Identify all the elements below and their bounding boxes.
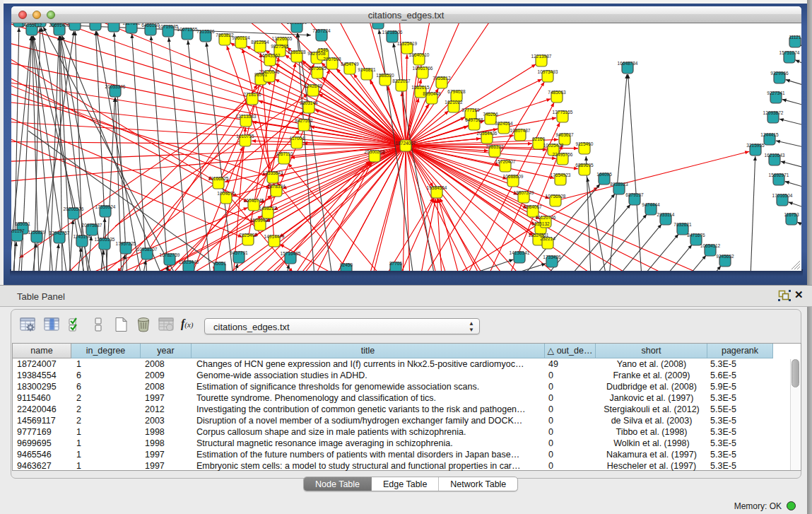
svg-text:9463627: 9463627 [555, 132, 574, 137]
svg-text:746266: 746266 [483, 112, 498, 117]
svg-text:10671355: 10671355 [177, 27, 198, 32]
svg-text:20975887: 20975887 [82, 223, 102, 228]
svg-text:17016504: 17016504 [772, 193, 793, 198]
svg-text:9474444: 9474444 [642, 202, 660, 207]
svg-text:9227341: 9227341 [767, 90, 785, 95]
svg-text:17359924: 17359924 [95, 204, 116, 209]
svg-text:10807487: 10807487 [510, 128, 531, 133]
svg-text:12505135: 12505135 [95, 237, 115, 242]
svg-text:417004: 417004 [289, 136, 305, 141]
svg-text:1588520: 1588520 [376, 73, 394, 78]
svg-text:16210643: 16210643 [765, 153, 785, 158]
svg-text:13535843: 13535843 [263, 170, 283, 175]
svg-text:16782759: 16782759 [160, 252, 180, 257]
svg-text:8990448: 8990448 [423, 91, 441, 96]
svg-text:9457791: 9457791 [230, 250, 248, 255]
svg-text:9146821: 9146821 [358, 67, 376, 72]
svg-text:6879197: 6879197 [625, 192, 644, 197]
svg-text:8454749: 8454749 [341, 62, 359, 66]
svg-text:2718176: 2718176 [243, 92, 261, 97]
svg-text:11923446: 11923446 [179, 259, 199, 264]
svg-text:12213987: 12213987 [531, 54, 552, 59]
svg-text:11325419: 11325419 [397, 41, 418, 46]
svg-text:3624554: 3624554 [495, 121, 513, 126]
svg-text:16543362: 16543362 [260, 53, 281, 58]
svg-text:6794028: 6794028 [447, 89, 466, 94]
svg-text:9329966: 9329966 [770, 71, 789, 76]
svg-text:10961766: 10961766 [413, 66, 433, 71]
svg-text:8427552: 8427552 [295, 118, 313, 123]
svg-text:7515526: 7515526 [196, 29, 215, 34]
svg-text:1244415: 1244415 [760, 132, 779, 137]
svg-text:6497568: 6497568 [465, 117, 483, 122]
svg-text:13226055: 13226055 [272, 36, 293, 41]
svg-text:16046745: 16046745 [244, 198, 264, 203]
svg-text:3215955: 3215955 [746, 143, 765, 148]
svg-text:62160: 62160 [532, 136, 545, 141]
svg-text:16033809: 16033809 [287, 23, 307, 25]
svg-text:19166825: 19166825 [208, 176, 229, 181]
svg-text:8938923: 8938923 [610, 182, 628, 187]
svg-text:8186328: 8186328 [288, 49, 306, 54]
svg-text:1010755: 1010755 [236, 134, 254, 139]
svg-text:7663822: 7663822 [216, 33, 234, 37]
svg-text:15692971: 15692971 [769, 173, 789, 177]
svg-text:9084067: 9084067 [524, 204, 542, 209]
svg-text:3267110: 3267110 [276, 151, 293, 156]
svg-text:15716485: 15716485 [281, 251, 301, 256]
svg-text:17957225: 17957225 [116, 241, 136, 246]
svg-text:9605320: 9605320 [105, 23, 123, 24]
svg-text:1156829: 1156829 [28, 230, 46, 235]
svg-text:7625402: 7625402 [239, 233, 257, 238]
svg-text:1004676: 1004676 [217, 191, 235, 196]
svg-text:9960124: 9960124 [232, 35, 250, 40]
svg-text:9115460: 9115460 [576, 141, 594, 146]
svg-text:6889695: 6889695 [575, 163, 594, 168]
svg-text:10958107: 10958107 [137, 247, 158, 252]
svg-text:23420046: 23420046 [259, 69, 280, 74]
svg-text:20691406: 20691406 [49, 23, 70, 28]
svg-text:18807249: 18807249 [514, 190, 534, 195]
svg-text:2803144: 2803144 [300, 100, 318, 105]
svg-text:7485063: 7485063 [548, 90, 566, 95]
svg-text:14914479: 14914479 [264, 234, 285, 239]
svg-text:1562615: 1562615 [411, 85, 430, 90]
svg-text:19218506: 19218506 [382, 30, 403, 35]
svg-text:1498222: 1498222 [259, 206, 277, 211]
svg-text:1733426: 1733426 [543, 255, 561, 259]
svg-text:12942757: 12942757 [49, 230, 70, 235]
svg-text:6466160: 6466160 [141, 23, 160, 28]
svg-text:16120746: 16120746 [536, 215, 556, 220]
svg-text:95051: 95051 [213, 261, 226, 266]
svg-text:9777169: 9777169 [461, 107, 480, 112]
svg-text:10756928: 10756928 [546, 194, 566, 199]
svg-text:835051: 835051 [15, 221, 30, 226]
svg-text:20206576: 20206576 [64, 206, 84, 211]
svg-text:8322037: 8322037 [392, 78, 411, 83]
svg-text:7986322: 7986322 [486, 144, 504, 149]
svg-text:252214: 252214 [540, 236, 555, 241]
svg-text:87705: 87705 [389, 261, 402, 266]
svg-text:19384554: 19384554 [427, 185, 447, 190]
svg-text:17654923: 17654923 [551, 173, 571, 177]
svg-text:2967608: 2967608 [323, 57, 341, 62]
svg-text:20364436: 20364436 [477, 131, 498, 136]
svg-text:10973493: 10973493 [538, 69, 558, 74]
svg-text:391197: 391197 [11, 228, 25, 233]
svg-text:92450: 92450 [340, 262, 353, 267]
svg-text:12213383: 12213383 [236, 114, 257, 119]
svg-text:3675685: 3675685 [308, 66, 326, 71]
svg-text:8471676: 8471676 [687, 233, 705, 238]
svg-text:1615132: 1615132 [531, 221, 550, 226]
svg-text:16099483: 16099483 [250, 218, 271, 223]
svg-text:11121: 11121 [789, 35, 801, 40]
svg-text:9827505: 9827505 [271, 44, 289, 49]
svg-text:9245652: 9245652 [716, 254, 734, 259]
svg-text:14136141: 14136141 [510, 250, 530, 255]
svg-text:15751074: 15751074 [779, 50, 800, 55]
svg-text:12093872: 12093872 [763, 110, 784, 115]
svg-text:10719185: 10719185 [158, 24, 179, 29]
svg-text:1527602: 1527602 [122, 23, 141, 25]
svg-text:7357224: 7357224 [312, 28, 331, 33]
svg-text:8912954: 8912954 [251, 40, 269, 45]
